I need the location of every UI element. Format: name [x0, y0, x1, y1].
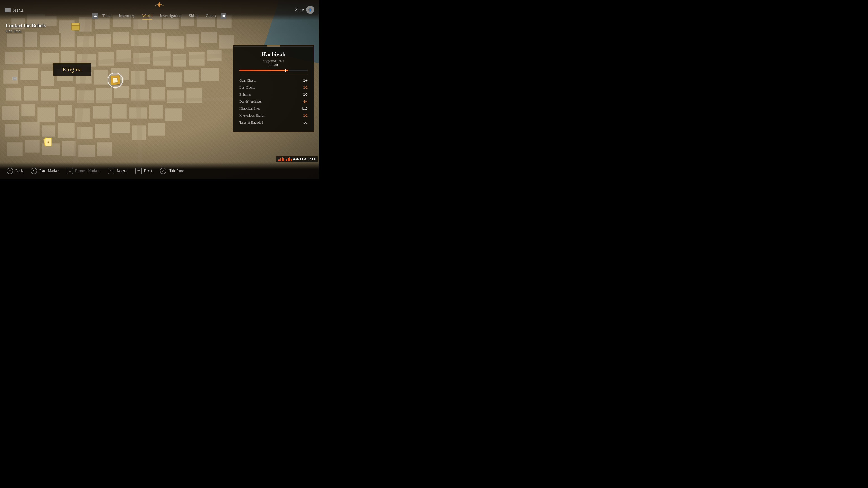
place-marker-action[interactable]: ✕ Place Marker: [31, 168, 59, 174]
chest-map-icon: [71, 24, 80, 31]
enigma-box: Enigma: [53, 63, 91, 76]
menu-label[interactable]: Menu: [13, 8, 23, 13]
l1-badge[interactable]: L1: [92, 13, 98, 19]
circle-button-icon: ○: [7, 168, 13, 174]
small-map-icon: [12, 77, 17, 80]
remove-markers-label: Remove Markers: [75, 169, 100, 173]
nav-center: L1 Tools Inventory World Investigation S…: [92, 0, 226, 19]
marker-icon: [110, 75, 120, 85]
stat-label: Historical Sites: [239, 107, 260, 110]
right-panel: Harbiyah Suggested Rank: Initiate Gear C…: [233, 45, 314, 132]
store-section[interactable]: Store 👤: [295, 6, 314, 14]
stat-row-dervis: Dervis' Artifacts 4/4: [239, 98, 308, 105]
bottom-bar: ○ Back ✕ Place Marker □ Remove Markers L…: [0, 162, 319, 179]
cards-icon: ♠: [43, 136, 53, 148]
progress-fill: [239, 70, 288, 71]
tab-world[interactable]: World: [139, 12, 156, 19]
stat-row-historical: Historical Sites 4/13: [239, 105, 308, 112]
panel-rank-label: Suggested Rank:: [239, 59, 308, 63]
tab-investigation[interactable]: Investigation: [157, 12, 184, 19]
gg-logo: [278, 158, 292, 161]
svg-line-8: [114, 81, 116, 81]
svg-rect-5: [113, 77, 118, 83]
svg-rect-4: [13, 78, 16, 79]
x-button-icon: ✕: [31, 168, 37, 174]
stat-label: Dervis' Artifacts: [239, 100, 261, 103]
svg-point-1: [159, 4, 160, 5]
svg-line-6: [114, 79, 117, 79]
remove-markers-action[interactable]: □ Remove Markers: [67, 168, 100, 174]
panel-ornament: [267, 45, 280, 46]
watermark: GAMER GUIDES: [276, 156, 318, 162]
menu-icon: [4, 8, 11, 12]
back-action[interactable]: ○ Back: [7, 168, 23, 174]
r1-badge[interactable]: R1: [221, 13, 226, 19]
quest-info: Contact the Rebels Find Beshi: [6, 23, 46, 33]
square-button-icon: □: [67, 168, 73, 174]
stat-value: 2/2: [303, 113, 308, 118]
watermark-text: GAMER GUIDES: [293, 158, 315, 161]
quest-subtitle: Find Beshi: [6, 29, 46, 33]
stat-value: 2/2: [303, 86, 308, 90]
marker-circle: [107, 72, 123, 88]
stat-label: Lost Books: [239, 86, 255, 90]
panel-region-name: Harbiyah: [239, 51, 308, 58]
emblem: [154, 0, 165, 11]
stat-value: 2/6: [303, 78, 308, 83]
place-marker-label: Place Marker: [39, 169, 59, 173]
tab-codex[interactable]: Codex: [203, 12, 219, 19]
svg-text:♠: ♠: [48, 140, 49, 144]
stat-label: Mysterious Shards: [239, 113, 265, 118]
menu-section[interactable]: Menu: [4, 8, 23, 13]
svg-text:👤: 👤: [309, 8, 312, 11]
enigma-tooltip: Enigma: [53, 63, 91, 76]
legend-action[interactable]: L3 Legend: [108, 168, 127, 174]
panel-divider: [239, 74, 308, 75]
nav-tabs: L1 Tools Inventory World Investigation S…: [92, 12, 226, 19]
hide-panel-action[interactable]: △ Hide Panel: [160, 168, 185, 174]
stat-row-tales: Tales of Baghdad 1/1: [239, 119, 308, 126]
stat-row-lost-books: Lost Books 2/2: [239, 84, 308, 91]
stat-label: Tales of Baghdad: [239, 121, 263, 125]
progress-marker: [285, 69, 286, 72]
stat-value: 4/13: [302, 107, 308, 110]
progress-bar: [239, 70, 308, 71]
l3-button-icon: L3: [108, 168, 114, 174]
enigma-label: Enigma: [62, 66, 82, 73]
panel-rank-value: Initiate: [239, 63, 308, 67]
tab-inventory[interactable]: Inventory: [116, 12, 138, 19]
reset-action[interactable]: R3 Reset: [135, 168, 152, 174]
hide-panel-label: Hide Panel: [168, 169, 185, 173]
stat-value: 2/3: [303, 93, 308, 96]
r3-button-icon: R3: [135, 168, 142, 174]
stat-label: Enigmas: [239, 93, 251, 96]
back-label: Back: [16, 169, 23, 173]
stat-row-shards: Mysterious Shards 2/2: [239, 112, 308, 119]
store-icon: 👤: [306, 6, 314, 14]
stat-row-enigmas: Enigmas 2/3: [239, 91, 308, 98]
tab-skills[interactable]: Skills: [186, 12, 202, 19]
map-marker: [107, 72, 123, 88]
top-navigation: Menu L1 Tools Inventory World Investigat…: [0, 0, 319, 20]
legend-label: Legend: [117, 169, 127, 173]
triangle-button-icon: △: [160, 168, 166, 174]
store-label: Store: [295, 7, 304, 12]
stat-value: 4/4: [303, 100, 308, 103]
quest-title: Contact the Rebels: [6, 23, 46, 29]
stat-label: Gear Chests: [239, 78, 256, 83]
stat-value: 1/1: [303, 121, 308, 125]
tab-tools[interactable]: Tools: [99, 12, 115, 19]
reset-label: Reset: [144, 169, 152, 173]
stat-row-gear-chests: Gear Chests 2/6: [239, 77, 308, 84]
